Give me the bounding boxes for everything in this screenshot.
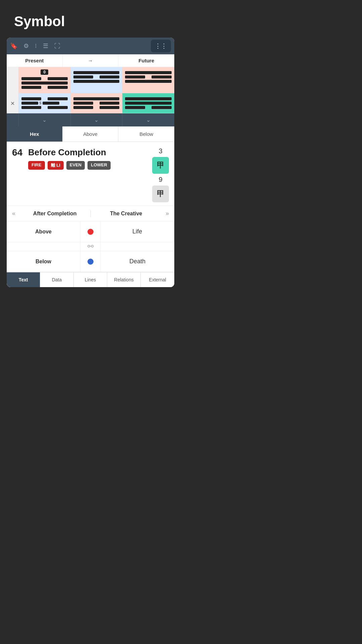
col-present: Present [7, 54, 63, 67]
tab-relations[interactable]: Relations [107, 272, 141, 287]
nav-next-arrow[interactable]: » [159, 210, 169, 217]
tag-even: EVEN [66, 161, 85, 170]
hex-name-area: Before Completion FIRE 離 LI EVEN LOWER [28, 147, 148, 170]
rel-above-label: Above [7, 221, 80, 242]
hex-grid-row2: ✕ S [7, 93, 174, 113]
app-title: Symbol [7, 13, 174, 30]
nav-prev-arrow[interactable]: « [12, 210, 22, 217]
tag-lower: LOWER [87, 161, 110, 170]
bookmark-icon[interactable]: 🔖 [10, 42, 17, 50]
hex-cell-present-top[interactable]: 0 [19, 67, 71, 93]
hex-tags: FIRE 離 LI EVEN LOWER [28, 161, 148, 170]
x-icon: ✕ [10, 100, 15, 107]
rel-below-value: Death [101, 251, 174, 272]
relations-table: Above Life ⚯ Below Death [7, 221, 174, 272]
hex-info-section: 64 Before Completion FIRE 離 LI EVEN LOWE… [7, 142, 174, 206]
hex-side-badges: 3 甲 9 甲 [152, 147, 169, 202]
rel-connector-symbol: ⚯ [80, 242, 101, 251]
hex-visual-t1 [73, 70, 120, 84]
chevron-future[interactable]: ⌄ [122, 113, 174, 126]
tab-below[interactable]: Below [118, 126, 174, 142]
col-arrow: → [63, 54, 119, 67]
hex-grid-row1: 0 [7, 67, 174, 93]
hex-number: 64 [12, 147, 24, 158]
hex-cell-present-bottom[interactable]: S [19, 93, 71, 113]
chevron-empty [7, 113, 19, 126]
grid-icon[interactable]: ⁝ [35, 42, 37, 50]
chevron-trans[interactable]: ⌄ [71, 113, 123, 126]
rel-connector-right [101, 242, 174, 251]
nav-next-label[interactable]: The Creative [94, 211, 159, 217]
hex-visual-f1 [124, 70, 172, 84]
grid-view-button[interactable]: ⋮⋮ [151, 40, 171, 52]
arrow-icon: → [88, 58, 93, 63]
dot-blue [87, 259, 94, 265]
kanji-badge-teal: 甲 [152, 157, 169, 174]
tab-hex[interactable]: Hex [7, 126, 63, 142]
tag-li: 離 LI [48, 161, 64, 170]
toolbar: 🔖 ⚙ ⁝ ☰ ⛶ ⋮⋮ [7, 38, 174, 54]
hex-table-header: Present → Future [7, 54, 174, 67]
hex-name: Before Completion [28, 147, 148, 158]
tab-text[interactable]: Text [7, 272, 40, 287]
hex-visual-p1 [21, 76, 68, 90]
nav-prev-label[interactable]: After Completion [22, 211, 88, 217]
settings-icon[interactable]: ⚙ [23, 42, 29, 50]
rel-below-dot [80, 251, 101, 272]
hex-cell-trans-bottom[interactable] [71, 93, 123, 113]
tab-external[interactable]: External [141, 272, 174, 287]
hex-cell-future-top[interactable] [122, 67, 174, 93]
row-label-x: ✕ [7, 93, 19, 113]
rel-connector-left [7, 242, 80, 251]
hex-visual-t2 [73, 96, 120, 110]
main-card: 🔖 ⚙ ⁝ ☰ ⛶ ⋮⋮ Present → Future [7, 38, 174, 287]
rel-above-value: Life [101, 221, 174, 242]
tab-lines[interactable]: Lines [74, 272, 107, 287]
chevron-present[interactable]: ⌄ [19, 113, 71, 126]
chevron-row: ⌄ ⌄ ⌄ [7, 113, 174, 126]
menu-icon[interactable]: ☰ [43, 42, 48, 50]
navigation-row: « After Completion The Creative » [7, 206, 174, 221]
dot-red [87, 229, 94, 235]
hex-cell-trans-top[interactable] [71, 67, 123, 93]
detail-tabs: Hex Above Below [7, 126, 174, 142]
connector-icon: ⚯ [87, 242, 94, 251]
side-num-top: 3 [159, 147, 162, 155]
hex-visual-p2: S [21, 96, 68, 110]
tag-fire: FIRE [28, 161, 45, 170]
nav-divider [90, 210, 91, 217]
kanji-badge-gray: 甲 [152, 185, 169, 202]
tab-above[interactable]: Above [63, 126, 119, 142]
fullscreen-icon[interactable]: ⛶ [54, 43, 60, 50]
s-marker: S [39, 101, 42, 105]
rel-below-label: Below [7, 251, 80, 272]
tab-data[interactable]: Data [40, 272, 74, 287]
hex-cell-future-bottom[interactable] [122, 93, 174, 113]
hex-cell-number: 0 [21, 70, 68, 74]
col-future: Future [118, 54, 174, 67]
bottom-tabs: Text Data Lines Relations External [7, 272, 174, 287]
toolbar-left-icons: 🔖 ⚙ ⁝ ☰ ⛶ [10, 42, 60, 50]
rel-above-dot [80, 221, 101, 242]
hex-visual-f2 [124, 96, 172, 110]
row-label-empty [7, 67, 19, 93]
side-num-bottom: 9 [159, 176, 162, 183]
